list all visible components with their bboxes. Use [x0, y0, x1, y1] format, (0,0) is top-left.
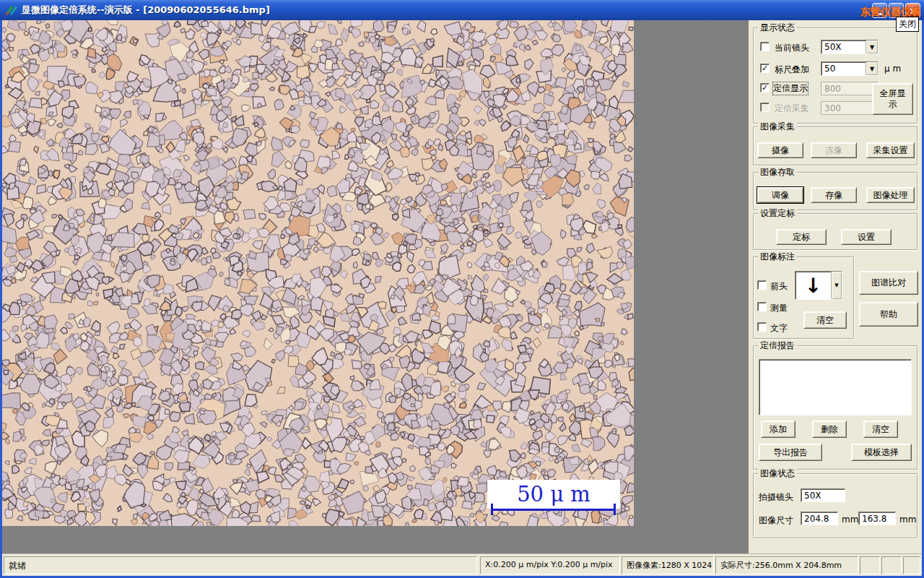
restore-button[interactable] [889, 3, 904, 18]
report-export-button[interactable]: 导出报告 [759, 444, 822, 461]
status-bar: 就绪 X:0.200 μ m/pix Y:0.200 μ m/pix 图像像素:… [2, 553, 922, 576]
scale-bar-tick-right [614, 504, 616, 515]
group-calibration-title: 设置定标 [758, 208, 797, 218]
current-lens-combo[interactable]: 50X ▼ [821, 40, 879, 54]
chevron-down-icon[interactable]: ▼ [866, 62, 878, 75]
ruler-unit-label: μ m [884, 64, 901, 74]
fixed-display-input [821, 82, 877, 95]
group-capture-title: 图像采集 [758, 121, 797, 131]
ruler-overlay-label[interactable]: 标尺叠加 [775, 64, 809, 76]
image-height-input[interactable] [858, 512, 896, 525]
group-annotation-title: 图像标注 [758, 251, 797, 262]
fullscreen-button[interactable]: 全屏显示 [872, 83, 913, 115]
status-pixel-scale: X:0.200 μ m/pix Y:0.200 μ m/pix [480, 556, 620, 574]
fixed-capture-input [821, 101, 877, 115]
app-brush-icon [4, 4, 19, 16]
image-width-unit: mm [842, 514, 858, 525]
current-lens-value: 50X [821, 40, 866, 53]
freeze-button: 冻像 [811, 142, 857, 158]
group-image-status-title: 图像状态 [758, 468, 797, 478]
report-delete-button[interactable]: 删除 [812, 420, 847, 438]
scale-bar-tick-left [491, 504, 493, 515]
arrow-checkbox[interactable] [757, 280, 767, 290]
status-actual-size: 实际尺寸:256.0mm X 204.8mm [715, 556, 858, 574]
arrow-label[interactable]: 箭头 [770, 280, 788, 293]
group-report-title: 定倍报告 [758, 340, 797, 350]
fixed-capture-checkbox [760, 103, 770, 112]
close-tooltip: 关闭 [896, 17, 919, 32]
calibrate-button[interactable]: 定标 [776, 229, 827, 245]
status-spare-pane [881, 556, 902, 574]
group-storage-title: 图像存取 [758, 167, 797, 177]
status-ready: 就绪 [4, 556, 477, 574]
scale-bar-label: 50 μ m [517, 482, 590, 506]
measure-label[interactable]: 测量 [770, 302, 788, 314]
control-panel: 显示状态 当前镜头 50X ▼ ✓ 标尺叠加 50 ▼ μ m ✓ 定倍显示 定… [749, 20, 922, 553]
chevron-down-icon[interactable]: ▼ [831, 272, 842, 299]
report-add-button[interactable]: 添加 [761, 420, 796, 438]
measure-checkbox[interactable] [757, 302, 767, 311]
application-window: 显微图像定倍系统--演示版 - [20090602055646.bmp] × 东… [0, 0, 924, 578]
load-image-button[interactable]: 调像 [757, 187, 803, 203]
title-bar: 显微图像定倍系统--演示版 - [20090602055646.bmp] × 东… [0, 0, 924, 20]
scale-bar-line [491, 509, 616, 511]
save-image-button[interactable]: 存像 [811, 187, 857, 203]
shoot-button[interactable]: 摄像 [757, 142, 803, 158]
report-template-button[interactable]: 模板选择 [851, 444, 912, 461]
ruler-value-combo[interactable]: 50 ▼ [821, 61, 879, 76]
chevron-down-icon[interactable]: ▼ [866, 40, 878, 53]
report-listbox[interactable] [759, 359, 912, 415]
client-area: 50 μ m 显示状态 当前镜头 50X ▼ ✓ 标尺叠加 50 ▼ [2, 20, 922, 576]
image-width-input[interactable] [801, 512, 838, 525]
ruler-value: 50 [821, 62, 866, 75]
scale-bar-label-box: 50 μ m [487, 480, 620, 509]
text-label[interactable]: 文字 [770, 322, 788, 335]
arrow-style-combo[interactable]: ↓ ▼ [795, 271, 842, 300]
status-image-pixels: 图像像素:1280 X 1024 [622, 556, 714, 574]
report-clear-button[interactable]: 清空 [863, 420, 898, 438]
text-checkbox[interactable] [757, 322, 767, 332]
group-display-status-title: 显示状态 [758, 22, 797, 33]
image-process-button[interactable]: 图像处理 [866, 187, 915, 203]
image-size-label: 图像尺寸 [759, 514, 793, 527]
image-workspace: 50 μ m [2, 20, 749, 553]
close-button[interactable]: × [905, 3, 920, 18]
minimize-button[interactable] [872, 3, 887, 18]
shoot-lens-input[interactable] [801, 488, 845, 502]
fixed-capture-label: 定倍采集 [775, 103, 809, 115]
restore-icon [893, 8, 899, 14]
arrow-down-icon: ↓ [796, 272, 831, 299]
ruler-overlay-checkbox[interactable]: ✓ [760, 64, 770, 73]
close-icon: × [909, 6, 918, 16]
atlas-compare-button[interactable]: 图谱比对 [859, 271, 918, 295]
fixed-display-checkbox[interactable]: ✓ [760, 83, 770, 92]
help-button[interactable]: 帮助 [859, 302, 918, 327]
status-spare-pane [860, 556, 880, 574]
capture-settings-button[interactable]: 采集设置 [866, 142, 915, 158]
image-height-unit: mm [899, 514, 916, 525]
calibration-setup-button[interactable]: 设置 [841, 229, 892, 245]
status-spare-pane [903, 556, 920, 574]
shoot-lens-label: 拍摄镜头 [759, 491, 793, 504]
group-image-status: 图像状态 [753, 473, 918, 538]
current-lens-checkbox[interactable] [760, 42, 770, 51]
current-lens-label[interactable]: 当前镜头 [775, 42, 809, 54]
fixed-display-label[interactable]: 定倍显示 [773, 82, 808, 95]
window-title: 显微图像定倍系统--演示版 - [20090602055646.bmp] [22, 4, 270, 17]
annotation-clear-button[interactable]: 清空 [803, 311, 847, 329]
minimize-icon [877, 13, 883, 15]
micrograph-image [2, 20, 634, 526]
